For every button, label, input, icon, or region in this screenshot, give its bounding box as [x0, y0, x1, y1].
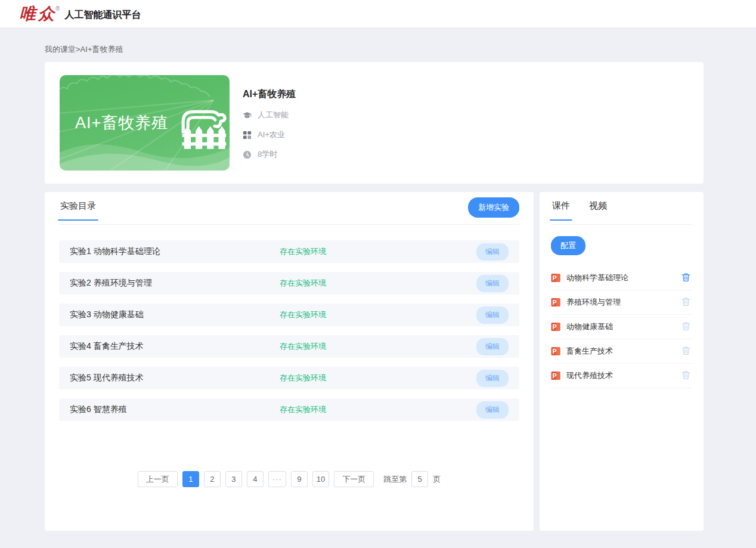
trash-icon[interactable]	[681, 321, 692, 332]
registered-mark: ®	[55, 5, 60, 12]
add-experiment-button[interactable]: 新增实验	[468, 197, 519, 218]
course-hours: 8学时	[258, 149, 277, 160]
experiment-env-status: 存在实验环境	[280, 246, 326, 257]
courseware-item: P 动物科学基础理论	[551, 266, 692, 290]
breadcrumb: 我的课堂>AI+畜牧养殖	[45, 44, 704, 55]
edit-experiment-button[interactable]: 编辑	[476, 243, 509, 261]
tab-experiment-directory[interactable]: 实验目录	[59, 200, 97, 220]
grid-icon	[243, 131, 252, 140]
course-subject: 人工智能	[258, 110, 289, 120]
pagination-jump-prefix: 跳至第	[383, 474, 407, 485]
ppt-icon: P	[551, 322, 560, 332]
pagination-page-button[interactable]: 1	[182, 471, 199, 487]
experiment-name: 实验4 畜禽生产技术	[70, 341, 280, 352]
breadcrumb-current: AI+畜牧养殖	[80, 45, 123, 54]
edit-experiment-button[interactable]: 编辑	[476, 338, 509, 355]
pagination-page-button[interactable]: ···	[268, 471, 286, 487]
experiment-row: 实验2 养殖环境与管理 存在实验环境 编辑	[59, 272, 519, 295]
experiment-row: 实验5 现代养殖技术 存在实验环境 编辑	[59, 367, 519, 389]
svg-text:P: P	[553, 299, 557, 306]
tab-video[interactable]: 视频	[588, 200, 608, 220]
courseware-name: 养殖环境与管理	[566, 297, 621, 308]
courseware-item: P 畜禽生产技术	[551, 339, 692, 364]
resources-panel: 课件 视频 配置 P 动物科学基础理论	[540, 192, 704, 531]
edit-experiment-button[interactable]: 编辑	[476, 306, 509, 324]
course-category-row: AI+农业	[243, 129, 296, 140]
courseware-name: 畜禽生产技术	[566, 346, 613, 357]
pagination: 上一页 1 2 3 4 ··· 9 10 下一页 跳至第 页	[59, 471, 519, 487]
experiment-row: 实验4 畜禽生产技术 存在实验环境 编辑	[59, 335, 519, 358]
svg-text:P: P	[553, 323, 557, 330]
courseware-item: P 养殖环境与管理	[551, 290, 692, 315]
trash-icon[interactable]	[681, 273, 692, 283]
experiment-row: 实验3 动物健康基础 存在实验环境 编辑	[59, 304, 519, 326]
graduation-cap-icon	[243, 111, 252, 120]
courseware-name: 动物健康基础	[566, 321, 613, 332]
trash-icon[interactable]	[681, 370, 692, 381]
configure-button[interactable]: 配置	[551, 236, 585, 255]
ppt-icon: P	[551, 371, 560, 380]
clock-icon	[243, 150, 252, 159]
ppt-icon: P	[551, 346, 560, 356]
edit-experiment-button[interactable]: 编辑	[476, 370, 509, 387]
course-card: AI+畜牧养殖 AI	[45, 62, 704, 184]
pagination-jump-suffix: 页	[433, 474, 441, 485]
pagination-page-button[interactable]: 3	[225, 471, 242, 487]
ppt-icon: P	[551, 298, 560, 307]
trash-icon[interactable]	[681, 346, 692, 357]
svg-text:P: P	[553, 274, 557, 281]
brand-logo[interactable]: 唯众 ®	[20, 5, 60, 23]
experiment-name: 实验3 动物健康基础	[70, 309, 280, 320]
experiment-list: 实验1 动物科学基础理论 存在实验环境 编辑 实验2 养殖环境与管理 存在实验环…	[59, 240, 519, 421]
trash-icon[interactable]	[681, 297, 692, 308]
course-title: AI+畜牧养殖	[243, 88, 296, 101]
cow-fence-icon	[176, 102, 229, 152]
courseware-name: 现代养殖技术	[566, 370, 613, 381]
tab-courseware[interactable]: 课件	[551, 200, 571, 220]
banner-title: AI+畜牧养殖	[75, 112, 168, 134]
pagination-jump-input[interactable]	[411, 471, 428, 487]
edit-experiment-button[interactable]: 编辑	[476, 275, 509, 292]
ppt-icon: P	[551, 273, 560, 283]
course-banner[interactable]: AI+畜牧养殖	[60, 75, 230, 171]
experiment-env-status: 存在实验环境	[280, 278, 326, 289]
experiment-env-status: 存在实验环境	[280, 341, 326, 352]
pagination-prev-button[interactable]: 上一页	[138, 471, 178, 487]
breadcrumb-my-classroom[interactable]: 我的课堂	[45, 45, 76, 54]
experiment-env-status: 存在实验环境	[280, 373, 326, 383]
pagination-next-button[interactable]: 下一页	[334, 471, 374, 487]
course-category: AI+农业	[258, 129, 285, 140]
experiment-env-status: 存在实验环境	[280, 309, 326, 320]
experiment-row: 实验1 动物科学基础理论 存在实验环境 编辑	[59, 240, 519, 263]
course-info: AI+畜牧养殖 人工智能 AI+农业	[243, 75, 296, 171]
courseware-name: 动物科学基础理论	[566, 273, 628, 283]
courseware-item: P 现代养殖技术	[551, 364, 692, 388]
brand-logo-text: 唯众	[20, 5, 57, 23]
svg-text:P: P	[553, 372, 557, 379]
experiment-name: 实验5 现代养殖技术	[70, 373, 280, 383]
courseware-item: P 动物健康基础	[551, 315, 692, 339]
svg-text:P: P	[553, 348, 557, 355]
course-subject-row: 人工智能	[243, 110, 296, 120]
experiment-row: 实验6 智慧养殖 存在实验环境 编辑	[59, 398, 519, 421]
pagination-page-button[interactable]: 2	[204, 471, 221, 487]
pagination-page-button[interactable]: 4	[247, 471, 264, 487]
pagination-page-button[interactable]: 9	[291, 471, 308, 487]
courseware-file-list: P 动物科学基础理论 P 养殖环境与管理	[551, 266, 692, 388]
experiment-env-status: 存在实验环境	[280, 404, 326, 415]
course-hours-row: 8学时	[243, 149, 296, 160]
experiments-panel: 实验目录 新增实验 实验1 动物科学基础理论 存在实验环境 编辑 实验2 养殖环…	[45, 192, 534, 531]
edit-experiment-button[interactable]: 编辑	[476, 401, 509, 419]
breadcrumb-separator: >	[76, 45, 80, 54]
experiment-name: 实验2 养殖环境与管理	[70, 278, 280, 289]
app-header: 唯众 ® 人工智能通识平台	[0, 0, 756, 28]
pagination-page-button[interactable]: 10	[312, 471, 329, 487]
experiment-name: 实验1 动物科学基础理论	[70, 246, 280, 257]
experiment-name: 实验6 智慧养殖	[70, 404, 280, 415]
platform-title: 人工智能通识平台	[64, 9, 141, 21]
